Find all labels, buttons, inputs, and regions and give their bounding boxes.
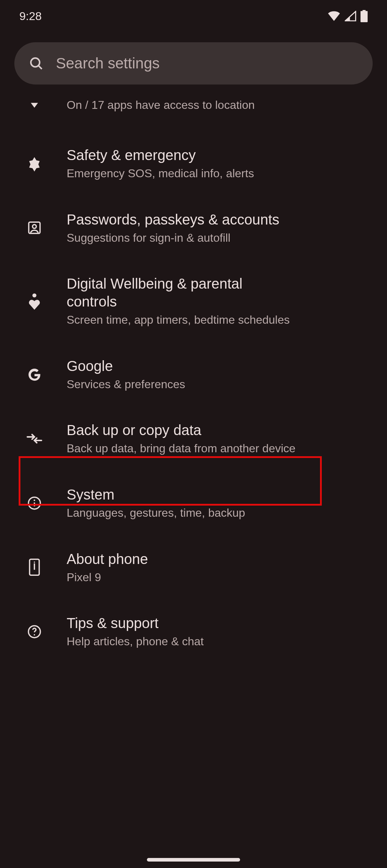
svg-point-12 (34, 634, 35, 636)
svg-point-4 (32, 293, 36, 297)
item-title: Safety & emergency (67, 146, 369, 164)
cellular-icon (345, 11, 356, 21)
status-icons (328, 10, 368, 22)
item-subtitle: Emergency SOS, medical info, alerts (67, 166, 369, 181)
item-subtitle: Screen time, app timers, bedtime schedul… (67, 313, 369, 328)
settings-item-backup[interactable]: Back up or copy data Back up data, bring… (0, 407, 387, 471)
wellbeing-icon (24, 291, 44, 311)
settings-item-about[interactable]: About phone Pixel 9 (0, 536, 387, 600)
svg-line-1 (38, 66, 42, 69)
status-time: 9:28 (19, 10, 42, 23)
google-icon (24, 365, 44, 385)
search-bar[interactable]: Search settings (14, 42, 373, 85)
account-icon (24, 218, 44, 238)
dropdown-icon (24, 95, 44, 115)
settings-item-safety[interactable]: Safety & emergency Emergency SOS, medica… (0, 132, 387, 196)
svg-point-10 (34, 561, 35, 563)
wifi-icon (328, 11, 340, 21)
item-subtitle: Help articles, phone & chat (67, 634, 369, 649)
item-subtitle: Suggestions for sign-in & autofill (67, 231, 369, 246)
settings-item-google[interactable]: Google Services & preferences (0, 343, 387, 407)
item-subtitle: Back up data, bring data from another de… (67, 441, 369, 456)
svg-point-3 (33, 225, 37, 229)
settings-list: On / 17 apps have access to location Saf… (0, 85, 387, 664)
item-subtitle: Languages, gestures, time, backup (67, 506, 369, 521)
settings-item-tips[interactable]: Tips & support Help articles, phone & ch… (0, 600, 387, 664)
medical-icon (24, 154, 44, 174)
info-icon (24, 493, 44, 513)
search-icon (29, 56, 44, 71)
status-bar: 9:28 (0, 0, 387, 32)
item-title: Google (67, 357, 369, 375)
battery-icon (360, 10, 368, 22)
item-title: Digital Wellbeing & parental controls (67, 275, 267, 310)
item-subtitle: Pixel 9 (67, 570, 369, 585)
navigation-bar[interactable] (0, 858, 387, 862)
item-title: Back up or copy data (67, 421, 369, 439)
item-title: Passwords, passkeys & accounts (67, 211, 369, 228)
settings-item-wellbeing[interactable]: Digital Wellbeing & parental controls Sc… (0, 260, 387, 343)
item-title: System (67, 486, 369, 503)
svg-point-7 (34, 500, 35, 501)
phone-icon (24, 557, 44, 577)
settings-item-passwords[interactable]: Passwords, passkeys & accounts Suggestio… (0, 196, 387, 261)
svg-point-0 (31, 58, 40, 67)
search-container: Search settings (0, 32, 387, 85)
nav-pill[interactable] (147, 858, 240, 862)
help-icon (24, 622, 44, 642)
sync-icon (24, 429, 44, 449)
search-placeholder: Search settings (56, 55, 160, 72)
item-title: Tips & support (67, 614, 369, 632)
item-subtitle: Services & preferences (67, 377, 369, 392)
item-subtitle: On / 17 apps have access to location (67, 98, 369, 113)
settings-item-location[interactable]: On / 17 apps have access to location (0, 91, 387, 132)
settings-item-system[interactable]: System Languages, gestures, time, backup (0, 471, 387, 536)
item-title: About phone (67, 550, 369, 568)
